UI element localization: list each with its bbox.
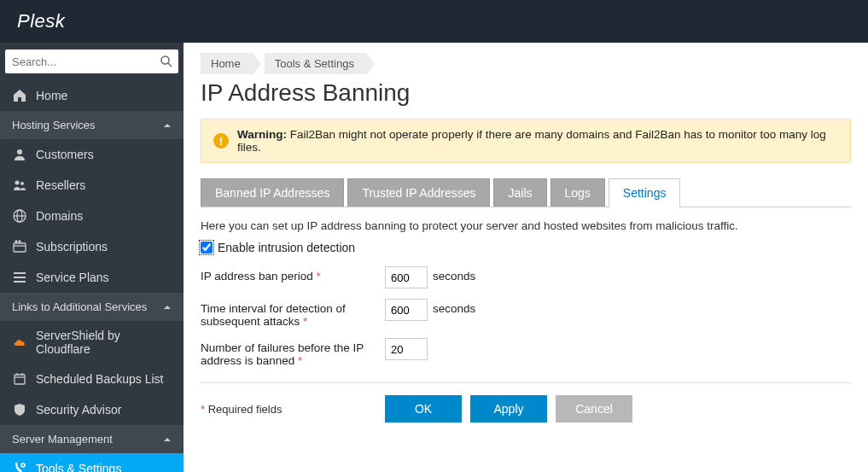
main-content: Home Tools & Settings IP Address Banning…: [184, 43, 868, 472]
shield-icon: [12, 402, 27, 417]
svg-line-1: [168, 63, 172, 67]
sidebar-item-label: Customers: [36, 148, 94, 161]
ban-period-input[interactable]: [385, 266, 428, 288]
breadcrumbs: Home Tools & Settings: [201, 53, 851, 74]
svg-point-2: [17, 149, 22, 154]
failures-input[interactable]: [385, 338, 428, 360]
required-marker: *: [298, 354, 302, 367]
sidebar-item-service-plans[interactable]: Service Plans: [0, 262, 184, 293]
breadcrumb-tools[interactable]: Tools & Settings: [265, 53, 366, 74]
svg-rect-12: [14, 272, 26, 274]
chevron-up-icon: [163, 303, 172, 312]
svg-point-11: [19, 241, 20, 242]
sidebar-item-label: Subscriptions: [36, 240, 108, 253]
alert-text: Warning: Fail2Ban might not operate prop…: [237, 128, 838, 154]
person-icon: [12, 147, 27, 162]
logo: Plesk: [17, 10, 65, 32]
failures-label: Number of failures before the IP address…: [201, 338, 385, 367]
tabs: Banned IP Addresses Trusted IP Addresses…: [201, 178, 851, 207]
sidebar-item-subscriptions[interactable]: Subscriptions: [0, 231, 184, 262]
sidebar-section-hosting[interactable]: Hosting Services: [0, 111, 184, 139]
tab-settings[interactable]: Settings: [609, 178, 681, 207]
calendar-icon: [12, 371, 27, 387]
enable-intrusion-checkbox[interactable]: [201, 242, 213, 253]
enable-intrusion-label[interactable]: Enable intrusion detection: [218, 241, 355, 254]
search-icon[interactable]: [160, 55, 173, 68]
sidebar-item-label: Tools & Settings: [36, 462, 121, 472]
sidebar-section-links[interactable]: Links to Additional Services: [0, 293, 184, 321]
unit-label: seconds: [433, 299, 475, 315]
tab-trusted-ip[interactable]: Trusted IP Addresses: [347, 178, 490, 207]
sidebar-item-domains[interactable]: Domains: [0, 201, 184, 231]
sidebar-item-label: Scheduled Backups List: [36, 372, 163, 386]
section-label: Server Management: [12, 433, 113, 446]
subscriptions-icon: [12, 239, 27, 254]
sidebar-item-home[interactable]: Home: [0, 80, 184, 111]
tab-banned-ip[interactable]: Banned IP Addresses: [201, 178, 344, 207]
sidebar: Home Hosting Services Customers Reseller…: [0, 43, 184, 472]
svg-point-10: [15, 241, 17, 242]
chevron-up-icon: [163, 435, 172, 444]
svg-point-19: [21, 463, 25, 467]
ok-button[interactable]: OK: [385, 395, 462, 422]
sidebar-item-label: Domains: [36, 209, 83, 223]
tab-description: Here you can set up IP address banning t…: [201, 219, 851, 232]
required-marker: *: [317, 270, 321, 283]
svg-rect-8: [14, 243, 26, 252]
sidebar-item-scheduled-backups[interactable]: Scheduled Backups List: [0, 364, 184, 394]
home-icon: [12, 88, 27, 103]
cloudflare-icon: [12, 335, 27, 350]
tab-jails[interactable]: Jails: [493, 178, 546, 207]
warning-alert: ! Warning: Fail2Ban might not operate pr…: [201, 119, 851, 163]
alert-prefix: Warning:: [237, 128, 287, 141]
ban-period-label: IP address ban period *: [201, 266, 385, 283]
sidebar-item-label: Security Advisor: [36, 403, 121, 417]
interval-input[interactable]: [385, 299, 428, 321]
tab-logs[interactable]: Logs: [551, 178, 605, 207]
svg-point-3: [15, 181, 20, 185]
breadcrumb-home[interactable]: Home: [201, 53, 253, 74]
sidebar-item-label: Resellers: [36, 178, 85, 192]
sidebar-item-customers[interactable]: Customers: [0, 139, 184, 170]
globe-icon: [12, 208, 27, 224]
required-marker: *: [303, 315, 307, 328]
divider: [201, 382, 851, 383]
svg-rect-15: [15, 375, 25, 384]
svg-rect-14: [14, 281, 26, 283]
section-label: Hosting Services: [12, 119, 96, 131]
unit-label: seconds: [433, 266, 475, 283]
svg-point-4: [20, 182, 24, 185]
tools-icon: [12, 461, 27, 472]
cancel-button[interactable]: Cancel: [556, 395, 632, 422]
svg-point-0: [161, 56, 169, 64]
sidebar-item-resellers[interactable]: Resellers: [0, 170, 184, 201]
interval-label: Time interval for detection of subsequen…: [201, 299, 385, 328]
top-bar: Plesk: [0, 0, 868, 43]
section-label: Links to Additional Services: [12, 300, 147, 313]
page-title: IP Address Banning: [201, 79, 851, 107]
sidebar-item-label: Service Plans: [36, 271, 109, 284]
sidebar-item-tools-settings[interactable]: Tools & Settings: [0, 453, 184, 472]
sidebar-item-servershield[interactable]: ServerShield by Cloudflare: [0, 321, 184, 364]
alert-body: Fail2Ban might not operate properly if t…: [237, 128, 826, 154]
required-fields-note: * Required fields: [201, 403, 385, 416]
sidebar-item-label: Home: [36, 89, 67, 102]
sidebar-section-server[interactable]: Server Management: [0, 425, 184, 453]
sidebar-item-security-advisor[interactable]: Security Advisor: [0, 394, 184, 425]
sidebar-item-label: ServerShield by Cloudflare: [36, 329, 172, 356]
chevron-up-icon: [163, 121, 172, 130]
warning-icon: !: [213, 133, 229, 149]
svg-rect-13: [14, 277, 26, 278]
list-icon: [12, 270, 27, 285]
search-box[interactable]: [5, 50, 178, 73]
apply-button[interactable]: Apply: [470, 395, 547, 422]
people-icon: [12, 178, 27, 193]
search-input[interactable]: [5, 50, 178, 73]
